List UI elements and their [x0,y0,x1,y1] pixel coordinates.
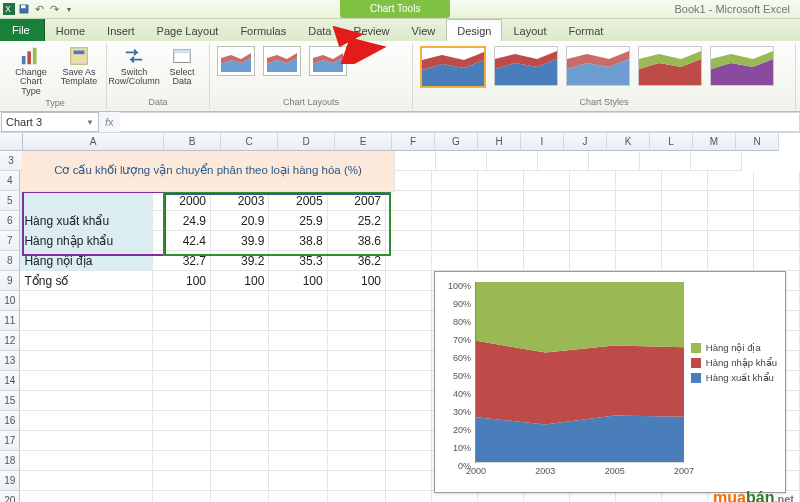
cell[interactable] [20,311,152,331]
cell[interactable] [432,211,478,231]
fx-icon[interactable]: fx [99,116,120,128]
cell[interactable]: 2007 [328,191,386,211]
cell[interactable] [386,371,432,391]
select-all-corner[interactable] [0,133,23,151]
row-header[interactable]: 11 [0,311,20,331]
cell[interactable] [20,411,152,431]
chart-plot-area[interactable]: 2000200320052007 [475,282,684,463]
cell[interactable] [328,411,386,431]
chart-style-option[interactable] [494,46,558,86]
worksheet[interactable]: ABCDEFGHIJKLMN 3Cơ cấu khối lượng vận ch… [0,133,800,502]
cell[interactable]: Hàng nhập khẩu [20,231,152,251]
cell[interactable] [386,471,432,491]
cell[interactable] [153,491,211,502]
tab-view[interactable]: View [401,19,447,41]
cell[interactable] [432,251,478,271]
cell[interactable] [524,231,570,251]
column-header[interactable]: G [435,133,478,151]
cell[interactable]: Hàng xuất khẩu [20,211,152,231]
cell[interactable] [589,151,640,171]
cell[interactable] [386,451,432,471]
change-chart-type-button[interactable]: Change Chart Type [10,45,52,96]
cell[interactable] [570,251,616,271]
cell[interactable]: 35.3 [269,251,327,271]
tab-home[interactable]: Home [45,19,96,41]
cell[interactable] [328,451,386,471]
cell[interactable] [269,451,327,471]
cell[interactable] [432,171,478,191]
cell[interactable] [269,291,327,311]
cell[interactable] [211,391,269,411]
save-as-template-button[interactable]: Save As Template [58,45,100,87]
row-header[interactable]: 5 [0,191,20,211]
cell[interactable] [153,351,211,371]
chart-style-option[interactable] [566,46,630,86]
cell[interactable] [616,231,662,251]
column-header[interactable]: B [164,133,221,151]
legend-item[interactable]: Hàng xuất khẩu [691,372,777,383]
cell[interactable]: 38.6 [328,231,386,251]
row-header[interactable]: 4 [0,171,20,191]
cell[interactable] [153,391,211,411]
undo-icon[interactable]: ↶ [33,3,45,15]
cell[interactable] [153,471,211,491]
cell[interactable]: 39.2 [211,251,269,271]
cell[interactable] [616,251,662,271]
cell[interactable]: 36.2 [328,251,386,271]
cell[interactable] [754,171,800,191]
cell[interactable] [386,411,432,431]
cell[interactable] [662,171,708,191]
cell[interactable]: Hàng nội địa [20,251,152,271]
cell[interactable]: 39.9 [211,231,269,251]
cell[interactable]: Tổng số [20,271,152,291]
row-header[interactable]: 8 [0,251,20,271]
cell[interactable] [269,371,327,391]
cell[interactable] [640,151,691,171]
chart-legend[interactable]: Hàng nội địaHàng nhập khẩuHàng xuất khẩu [691,338,777,387]
cell[interactable] [386,271,432,291]
cell[interactable] [570,231,616,251]
legend-item[interactable]: Hàng nhập khẩu [691,357,777,368]
row-header[interactable]: 19 [0,471,20,491]
cell[interactable] [570,171,616,191]
formula-bar[interactable] [120,112,800,132]
cell[interactable] [478,171,524,191]
cell[interactable] [616,211,662,231]
cell[interactable] [20,491,152,502]
column-header[interactable]: E [335,133,392,151]
row-header[interactable]: 7 [0,231,20,251]
cell[interactable] [153,431,211,451]
cell[interactable] [328,351,386,371]
column-header[interactable]: J [564,133,607,151]
cell[interactable] [211,431,269,451]
cell[interactable] [386,351,432,371]
cell[interactable] [386,291,432,311]
cell[interactable] [20,371,152,391]
cell[interactable] [432,231,478,251]
cell[interactable] [691,151,742,171]
cell[interactable]: 2005 [269,191,327,211]
cell[interactable] [570,191,616,211]
cell[interactable] [269,331,327,351]
cell[interactable] [269,351,327,371]
column-header[interactable]: K [607,133,650,151]
cell[interactable] [662,251,708,271]
cell[interactable] [386,431,432,451]
cell[interactable] [662,211,708,231]
cell[interactable] [386,311,432,331]
cell[interactable] [328,371,386,391]
column-header[interactable]: A [23,133,164,151]
cell[interactable] [754,191,800,211]
cell[interactable] [708,251,754,271]
cell[interactable]: 25.9 [269,211,327,231]
cell[interactable] [708,211,754,231]
column-header[interactable]: L [650,133,693,151]
cell[interactable] [269,431,327,451]
cell[interactable] [386,331,432,351]
tab-design[interactable]: Design [446,19,502,41]
cell[interactable] [386,191,432,211]
column-header[interactable]: N [736,133,779,151]
row-header[interactable]: 18 [0,451,20,471]
cell[interactable] [524,171,570,191]
save-icon[interactable] [18,3,30,15]
